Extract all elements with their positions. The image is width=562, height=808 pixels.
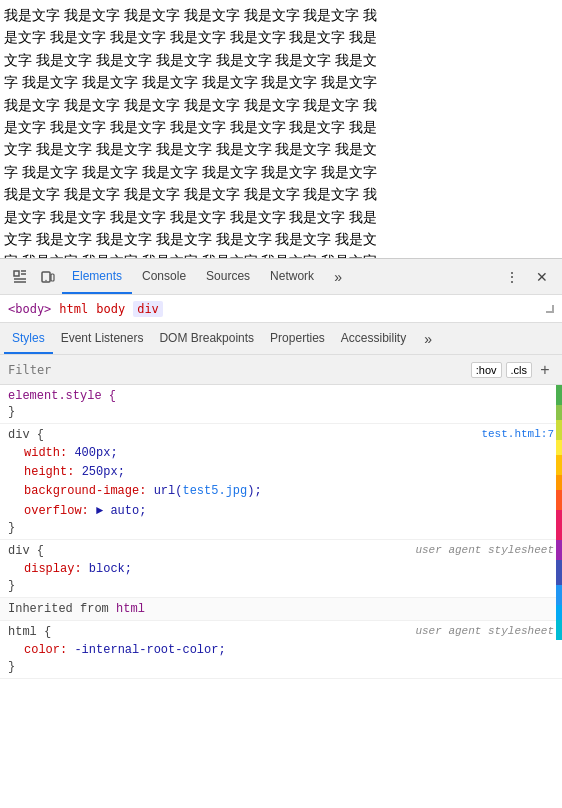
device-icon[interactable] (34, 263, 62, 291)
source-link-div[interactable]: test.html:7 (481, 428, 554, 440)
inspect-icon[interactable] (6, 263, 34, 291)
color-sidebar (556, 385, 562, 679)
devtools-tab-bar: Elements Console Sources Network » (62, 259, 498, 294)
filter-input[interactable] (8, 363, 471, 377)
add-style-button[interactable]: + (536, 361, 554, 379)
css-property-overflow: overflow: ► auto; (8, 502, 554, 521)
css-property-display: display: block; (8, 560, 554, 579)
rule-selector-div: div { (8, 428, 554, 442)
devtools-toolbar: Elements Console Sources Network » ⋮ ✕ (0, 259, 562, 295)
svg-rect-0 (14, 271, 19, 276)
css-rule-div-ua: user agent stylesheet div { display: blo… (0, 540, 562, 598)
css-property-background-image: background-image: url(test5.jpg); (8, 482, 554, 501)
resize-handle[interactable] (546, 305, 554, 313)
tab-network[interactable]: Network (260, 259, 324, 294)
svg-rect-6 (51, 274, 54, 281)
devtools-menu-icon[interactable]: ⋮ (498, 263, 526, 291)
breadcrumb-item-div[interactable]: div (133, 301, 163, 317)
css-rule-element-style: element.style { } (0, 385, 562, 424)
rule-source-html-ua: user agent stylesheet (415, 625, 554, 637)
rule-close-div-ua: } (8, 579, 554, 593)
devtools-close-icon[interactable]: ✕ (528, 263, 556, 291)
breadcrumb-item-html[interactable]: html (59, 302, 88, 316)
css-property-height: height: 250px; (8, 463, 554, 482)
svg-point-7 (45, 279, 46, 280)
bg-image-link[interactable]: test5.jpg (182, 484, 247, 498)
tab-elements[interactable]: Elements (62, 259, 132, 294)
cls-button[interactable]: .cls (506, 362, 533, 378)
preview-content[interactable]: 我是文字 我是文字 我是文字 我是文字 我是文字 我是文字 我是文字 我是文字 … (0, 0, 390, 258)
tab-dom-breakpoints[interactable]: DOM Breakpoints (151, 323, 262, 354)
tab-styles[interactable]: Styles (4, 323, 53, 354)
tab-properties[interactable]: Properties (262, 323, 333, 354)
triangle-icon[interactable]: ► (96, 504, 103, 518)
rule-source-div-ua: user agent stylesheet (415, 544, 554, 556)
breadcrumb-item-body[interactable]: body (96, 302, 125, 316)
css-property-width: width: 400px; (8, 444, 554, 463)
styles-scroll[interactable]: element.style { } test.html:7 div { widt… (0, 385, 562, 679)
more-tabs-icon[interactable]: » (324, 263, 352, 291)
rule-selector-element-style: element.style { (8, 389, 554, 403)
styles-panel-tabs: Styles Event Listeners DOM Breakpoints P… (0, 323, 562, 355)
tab-accessibility[interactable]: Accessibility (333, 323, 414, 354)
devtools-panel: Elements Console Sources Network » ⋮ ✕ (0, 258, 562, 679)
breadcrumb-item-body-tag[interactable]: <body> (8, 302, 51, 316)
hov-button[interactable]: :hov (471, 362, 502, 378)
preview-text: 我是文字 我是文字 我是文字 我是文字 我是文字 我是文字 我是文字 我是文字 … (4, 4, 386, 258)
rule-close-element-style: } (8, 405, 554, 419)
styles-content: element.style { } test.html:7 div { widt… (0, 385, 562, 679)
css-rule-div: test.html:7 div { width: 400px; height: … (0, 424, 562, 540)
preview-area: 我是文字 我是文字 我是文字 我是文字 我是文字 我是文字 我是文字 我是文字 … (0, 0, 562, 258)
inherited-from-label: Inherited from html (0, 598, 562, 621)
filter-buttons: :hov .cls + (471, 361, 554, 379)
toolbar-right: ⋮ ✕ (498, 263, 556, 291)
breadcrumb: <body> html body div (0, 295, 562, 323)
tab-event-listeners[interactable]: Event Listeners (53, 323, 152, 354)
inherited-tag: html (116, 602, 145, 616)
css-rule-html-ua: user agent stylesheet html { color: -int… (0, 621, 562, 679)
tab-sources[interactable]: Sources (196, 259, 260, 294)
styles-more-icon[interactable]: » (414, 325, 442, 353)
css-property-color: color: -internal-root-color; (8, 641, 554, 660)
rule-source-div: test.html:7 (481, 428, 554, 440)
rule-close-html-ua: } (8, 660, 554, 674)
rule-close-div: } (8, 521, 554, 535)
tab-console[interactable]: Console (132, 259, 196, 294)
filter-bar: :hov .cls + (0, 355, 562, 385)
